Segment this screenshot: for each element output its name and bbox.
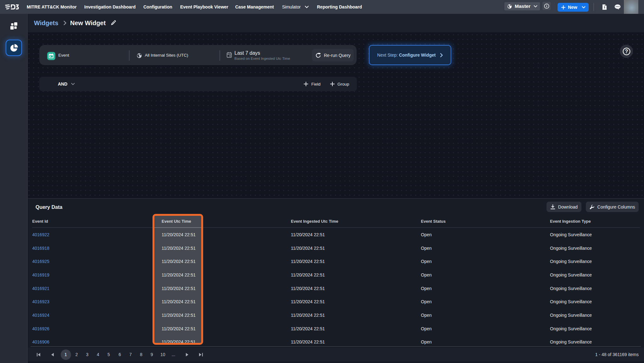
svg-text:?: ?	[625, 49, 628, 54]
